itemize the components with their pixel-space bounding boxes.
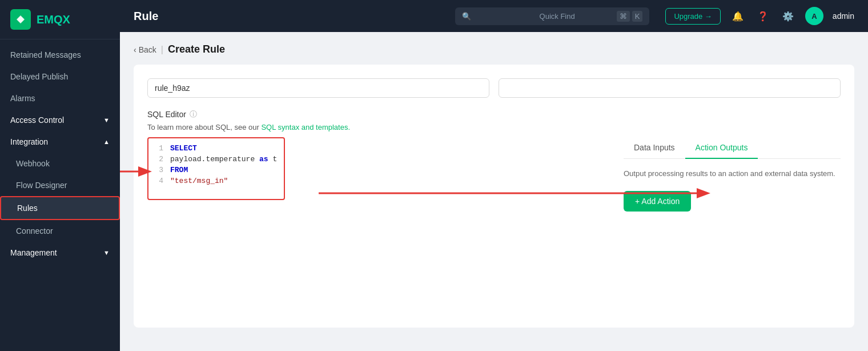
kbd-meta: ⌘	[617, 11, 630, 22]
note-input[interactable]	[499, 78, 841, 98]
right-arrow-annotation	[319, 170, 718, 216]
breadcrumb-separator: |	[161, 45, 163, 55]
sidebar-item-access-control[interactable]: Access Control ▼	[0, 109, 120, 131]
sidebar-item-integration[interactable]: Integration ▲	[0, 131, 120, 153]
sidebar-logo: EMQX	[0, 0, 120, 39]
admin-label: admin	[833, 11, 854, 21]
search-bar[interactable]: 🔍 Quick Find ⌘ K	[455, 7, 649, 25]
content-area: ‹ Back | Create Rule SQL Editor ⓘ To lea…	[120, 32, 868, 351]
emqx-logo-text: EMQX	[37, 13, 70, 26]
sql-link[interactable]: SQL syntax and templates.	[261, 123, 350, 131]
main-content: Rule 🔍 Quick Find ⌘ K Upgrade → 🔔 ❓ ⚙️ A…	[120, 0, 868, 351]
rule-card: SQL Editor ⓘ To learn more about SQL, se…	[134, 65, 854, 328]
sidebar-item-connector[interactable]: Connector	[0, 220, 120, 242]
rule-inputs-row	[147, 78, 841, 98]
sidebar-item-webhook[interactable]: Webhook	[0, 153, 120, 174]
sql-side: 1SELECT2 payload.temperature as t3FROM4 …	[147, 137, 610, 212]
breadcrumb: ‹ Back | Create Rule	[134, 43, 854, 55]
sidebar-nav: Retained Messages Delayed Publish Alarms…	[0, 39, 120, 351]
sidebar-item-retained-messages[interactable]: Retained Messages	[0, 44, 120, 66]
rule-id-input[interactable]	[147, 78, 489, 98]
kbd-k: K	[632, 11, 643, 22]
code-line: 2 payload.temperature as t	[148, 154, 284, 165]
tab-action-outputs[interactable]: Action Outputs	[685, 137, 758, 159]
line-number: 3	[155, 166, 163, 174]
sql-editor-label: SQL Editor ⓘ	[147, 109, 841, 119]
search-kbd: ⌘ K	[617, 11, 643, 22]
code-line: 3FROM	[148, 165, 284, 176]
settings-icon[interactable]: ⚙️	[780, 8, 796, 24]
sql-hint: To learn more about SQL, see our SQL syn…	[147, 123, 841, 131]
sidebar-item-flow-designer[interactable]: Flow Designer	[0, 174, 120, 196]
back-arrow-icon: ‹	[134, 45, 136, 54]
page-title: Rule	[134, 10, 158, 23]
action-tabs: Data Inputs Action Outputs	[624, 137, 841, 159]
search-icon: 🔍	[462, 12, 535, 21]
back-button[interactable]: ‹ Back	[134, 45, 156, 54]
search-placeholder: Quick Find	[540, 12, 612, 21]
code-line: 4 "test/msg_in"	[148, 176, 284, 186]
rule-body: 1SELECT2 payload.temperature as t3FROM4 …	[147, 137, 841, 212]
avatar[interactable]: A	[805, 7, 823, 25]
help-icon[interactable]: ❓	[755, 8, 771, 24]
line-number: 2	[155, 155, 163, 163]
chevron-down-icon: ▼	[103, 117, 110, 123]
sidebar-item-management[interactable]: Management ▼	[0, 242, 120, 264]
chevron-up-icon: ▲	[103, 138, 110, 145]
tab-data-inputs[interactable]: Data Inputs	[624, 137, 685, 159]
notifications-icon[interactable]: 🔔	[730, 8, 746, 24]
line-number: 4	[155, 177, 163, 185]
code-editor[interactable]: 1SELECT2 payload.temperature as t3FROM4 …	[147, 137, 285, 200]
emqx-logo-icon	[10, 9, 31, 30]
sidebar-item-rules[interactable]: Rules	[0, 196, 120, 220]
sidebar-item-delayed-publish[interactable]: Delayed Publish	[0, 66, 120, 87]
topnav-actions: Upgrade → 🔔 ❓ ⚙️ A admin	[665, 7, 854, 25]
breadcrumb-current: Create Rule	[168, 43, 225, 55]
sidebar: EMQX Retained Messages Delayed Publish A…	[0, 0, 120, 351]
left-arrow-annotation	[120, 149, 153, 183]
code-line: 1SELECT	[148, 143, 284, 154]
upgrade-button[interactable]: Upgrade →	[665, 8, 720, 25]
info-icon: ⓘ	[190, 109, 197, 119]
chevron-down-icon-mgmt: ▼	[103, 249, 110, 256]
line-number: 1	[155, 144, 163, 153]
sidebar-item-alarms[interactable]: Alarms	[0, 87, 120, 109]
topnav: Rule 🔍 Quick Find ⌘ K Upgrade → 🔔 ❓ ⚙️ A…	[120, 0, 868, 32]
svg-point-0	[18, 17, 23, 22]
